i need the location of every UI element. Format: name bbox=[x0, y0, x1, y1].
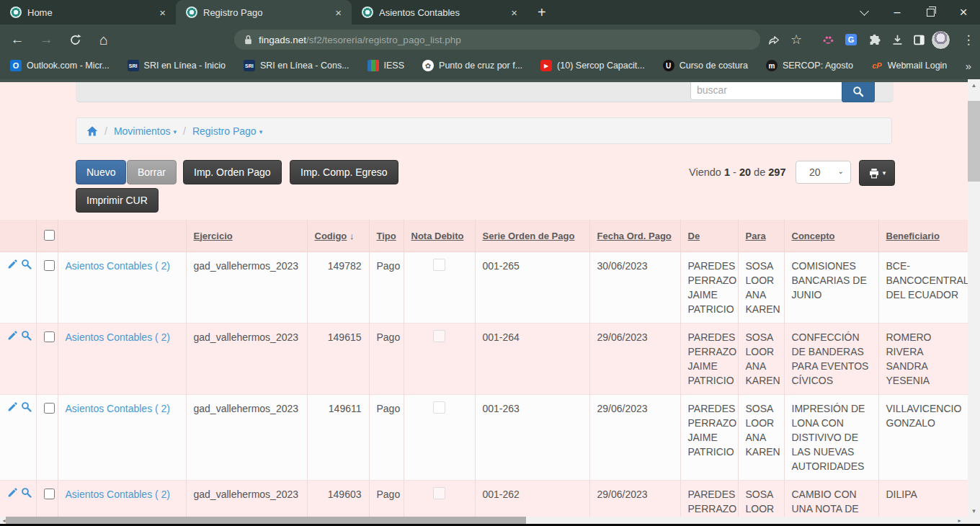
cell-de: PAREDES PERRAZO JAIME PATRICIO bbox=[680, 324, 738, 395]
table-row: Asientos Contables ( 2) gad_vallehermos_… bbox=[0, 252, 968, 324]
asientos-contables-link[interactable]: Asientos Contables ( 2) bbox=[66, 260, 171, 272]
address-bar[interactable]: fingads.net/sf2/tesoreria/registro_pago_… bbox=[234, 30, 760, 50]
scroll-up-icon[interactable]: ▴ bbox=[968, 79, 980, 91]
bookmark-sri-consultas[interactable]: SRISRI en Línea - Cons... bbox=[244, 60, 349, 71]
new-tab-button[interactable]: + bbox=[527, 4, 556, 21]
back-icon[interactable]: ← bbox=[7, 24, 27, 55]
bookmark-punto-de-cruz[interactable]: ✿Punto de cruz por f... bbox=[422, 60, 522, 71]
view-magnifier-icon[interactable] bbox=[21, 259, 32, 269]
tab-close-icon[interactable]: × bbox=[156, 6, 169, 19]
page-size-select[interactable]: 20 ⌄ bbox=[796, 161, 851, 184]
vertical-scroll-thumb[interactable] bbox=[968, 101, 980, 182]
row-checkbox[interactable] bbox=[44, 403, 55, 414]
breadcrumb: / Movimientos▾ / Registro Pago▾ bbox=[76, 117, 892, 144]
cell-fecha: 30/06/2023 bbox=[589, 252, 680, 324]
tab-registro-pago[interactable]: Registro Pago × bbox=[176, 0, 352, 24]
window-restore-button[interactable] bbox=[914, 0, 947, 24]
top-panel bbox=[76, 79, 894, 102]
breadcrumb-registro-pago[interactable]: Registro Pago▾ bbox=[192, 125, 262, 137]
imprimir-cur-button[interactable]: Imprimir CUR bbox=[76, 188, 159, 213]
search-button[interactable] bbox=[842, 80, 875, 102]
vertical-scrollbar[interactable]: ▴ ▾ bbox=[968, 79, 980, 517]
header-concepto[interactable]: Concepto bbox=[792, 231, 835, 241]
asientos-contables-link[interactable]: Asientos Contables ( 2) bbox=[66, 331, 171, 343]
bookmark-sercop-youtube[interactable]: ▶(10) Sercop Capacit... bbox=[540, 60, 645, 71]
bookmark-iess[interactable]: IESS bbox=[368, 60, 405, 71]
horizontal-scrollbar[interactable]: ◂ ▸ bbox=[0, 517, 980, 524]
asientos-contables-link[interactable]: Asientos Contables ( 2) bbox=[66, 489, 171, 500]
header-fecha-ord-pago[interactable]: Fecha Ord. Pago bbox=[597, 231, 672, 241]
tab-home[interactable]: Home × bbox=[0, 0, 176, 24]
window-controls: – × bbox=[847, 0, 980, 24]
bookmarks-overflow-icon[interactable]: » bbox=[966, 60, 971, 72]
asientos-contables-link[interactable]: Asientos Contables ( 2) bbox=[66, 403, 171, 414]
cell-ejercicio: gad_vallehermos_2023 bbox=[186, 324, 307, 395]
site-favicon bbox=[362, 6, 373, 18]
tab-close-icon[interactable]: × bbox=[332, 6, 344, 19]
header-tipo[interactable]: Tipo bbox=[377, 231, 396, 241]
bookmark-sercop-agosto[interactable]: mSERCOP: Agosto bbox=[766, 60, 853, 71]
home-icon[interactable]: ⌂ bbox=[94, 24, 114, 55]
header-ejercicio[interactable]: Ejercicio bbox=[194, 231, 233, 241]
cell-concepto: IMPRESIÓN DE LONA CON DISTIVIVO DE LAS N… bbox=[784, 395, 878, 481]
browser-menu-kebab-icon[interactable]: ⋮ bbox=[958, 24, 979, 55]
window-minimize-button[interactable]: – bbox=[881, 0, 914, 24]
header-nota-debito[interactable]: Nota Debito bbox=[411, 231, 464, 241]
nota-debito-checkbox bbox=[433, 259, 445, 271]
cell-codigo: 149615 bbox=[307, 324, 369, 395]
bookmark-curso-costura[interactable]: UCurso de costura bbox=[663, 60, 748, 71]
forward-icon[interactable]: → bbox=[36, 24, 56, 55]
translate-icon[interactable]: G bbox=[841, 24, 861, 55]
side-panel-icon[interactable] bbox=[909, 24, 929, 55]
select-all-checkbox[interactable] bbox=[44, 230, 55, 241]
tab-asientos-contables[interactable]: Asientos Contables × bbox=[352, 0, 527, 24]
edit-pencil-icon[interactable] bbox=[7, 487, 18, 498]
print-button[interactable]: ▾ bbox=[859, 160, 895, 186]
edit-pencil-icon[interactable] bbox=[7, 330, 18, 341]
tab-close-icon[interactable]: × bbox=[508, 6, 520, 19]
search-input[interactable] bbox=[690, 80, 847, 100]
edit-pencil-icon[interactable] bbox=[7, 401, 18, 412]
extension-pink-icon[interactable] bbox=[818, 24, 838, 55]
breadcrumb-movimientos[interactable]: Movimientos▾ bbox=[114, 125, 177, 137]
scroll-right-icon[interactable]: ▸ bbox=[953, 517, 966, 524]
bookmark-outlook[interactable]: OOutlook.com - Micr... bbox=[10, 60, 110, 71]
row-checkbox[interactable] bbox=[44, 489, 55, 499]
downloads-icon[interactable] bbox=[887, 24, 907, 55]
browser-toolbar: ← → ⌂ fingads.net/sf2/tesoreria/registro… bbox=[0, 24, 980, 55]
cell-de: PAREDES PERRAZO JAIME PATRICIO bbox=[680, 252, 738, 324]
horizontal-scroll-thumb[interactable] bbox=[6, 517, 526, 524]
bookmark-star-icon[interactable]: ☆ bbox=[786, 24, 806, 55]
cell-beneficiario: ROMERO RIVERA SANDRA YESENIA bbox=[878, 324, 968, 395]
scroll-down-icon[interactable]: ▾ bbox=[968, 505, 980, 517]
extensions-puzzle-icon[interactable] bbox=[864, 24, 884, 55]
edit-pencil-icon[interactable] bbox=[7, 259, 18, 269]
bookmark-sri-inicio[interactable]: SRISRI en Línea - Inicio bbox=[128, 60, 226, 71]
curso-icon: U bbox=[663, 60, 674, 71]
header-beneficiario[interactable]: Beneficiario bbox=[886, 231, 940, 241]
profile-avatar-icon[interactable] bbox=[930, 24, 950, 55]
view-magnifier-icon[interactable] bbox=[21, 487, 32, 498]
borrar-button[interactable]: Borrar bbox=[127, 160, 177, 184]
row-checkbox[interactable] bbox=[44, 260, 55, 271]
reload-icon[interactable] bbox=[65, 24, 85, 55]
lock-icon bbox=[244, 35, 252, 45]
nuevo-button[interactable]: Nuevo bbox=[76, 160, 126, 184]
cell-fecha: 29/06/2023 bbox=[589, 324, 680, 395]
view-magnifier-icon[interactable] bbox=[21, 330, 32, 341]
share-icon[interactable] bbox=[763, 24, 783, 55]
tab-search-chevron-icon[interactable] bbox=[847, 0, 881, 24]
imp-comp-egreso-button[interactable]: Imp. Comp. Egreso bbox=[290, 160, 398, 184]
header-serie-orden-pago[interactable]: Serie Orden de Pago bbox=[483, 231, 575, 241]
header-de[interactable]: De bbox=[688, 231, 700, 241]
bookmark-webmail[interactable]: cPWebmail Login bbox=[871, 60, 947, 71]
imp-orden-pago-button[interactable]: Imp. Orden Pago bbox=[183, 160, 282, 184]
header-para[interactable]: Para bbox=[746, 231, 766, 241]
row-checkbox[interactable] bbox=[44, 331, 55, 342]
header-codigo[interactable]: Codigo bbox=[315, 231, 347, 241]
breadcrumb-home-icon[interactable] bbox=[86, 125, 98, 137]
view-magnifier-icon[interactable] bbox=[21, 401, 32, 412]
tab-bar: Home × Registro Pago × Asientos Contable… bbox=[0, 0, 980, 24]
moodle-icon: m bbox=[766, 60, 778, 71]
window-close-button[interactable]: × bbox=[947, 0, 980, 24]
